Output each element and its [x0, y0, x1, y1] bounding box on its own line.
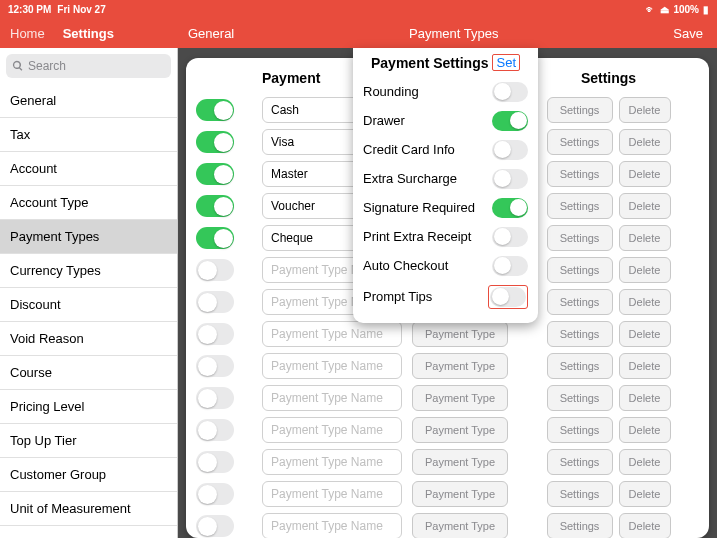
- payment-name-input[interactable]: Payment Type Name: [262, 321, 402, 347]
- row-settings-button[interactable]: Settings: [547, 97, 613, 123]
- modal-option-label: Credit Card Info: [363, 142, 455, 157]
- payment-type-button[interactable]: Payment Type: [412, 513, 508, 538]
- row-toggle[interactable]: [196, 259, 234, 281]
- row-settings-button[interactable]: Settings: [547, 385, 613, 411]
- row-delete-button[interactable]: Delete: [619, 129, 671, 155]
- sidebar-item-account[interactable]: Account: [0, 152, 177, 186]
- sidebar-item-customer-group[interactable]: Customer Group: [0, 458, 177, 492]
- payment-name-input[interactable]: Payment Type Name: [262, 417, 402, 443]
- row-delete-button[interactable]: Delete: [619, 225, 671, 251]
- sidebar-item-tax[interactable]: Tax: [0, 118, 177, 152]
- search-input[interactable]: Search: [6, 54, 171, 78]
- row-toggle[interactable]: [196, 451, 234, 473]
- modal-toggle[interactable]: [492, 227, 528, 247]
- row-settings-button[interactable]: Settings: [547, 417, 613, 443]
- sidebar-item-course[interactable]: Course: [0, 356, 177, 390]
- row-toggle[interactable]: [196, 483, 234, 505]
- row-settings-button[interactable]: Settings: [547, 449, 613, 475]
- modal-toggle[interactable]: [492, 140, 528, 160]
- home-link[interactable]: Home: [10, 26, 45, 41]
- row-settings-button[interactable]: Settings: [547, 193, 613, 219]
- modal-option: Extra Surcharge: [363, 164, 528, 193]
- modal-toggle[interactable]: [492, 82, 528, 102]
- sidebar-item-account-type[interactable]: Account Type: [0, 186, 177, 220]
- row-settings-button[interactable]: Settings: [547, 161, 613, 187]
- sidebar-item-pricing-level[interactable]: Pricing Level: [0, 390, 177, 424]
- modal-toggle[interactable]: [492, 256, 528, 276]
- row-toggle[interactable]: [196, 131, 234, 153]
- row-delete-button[interactable]: Delete: [619, 449, 671, 475]
- row-toggle[interactable]: [196, 387, 234, 409]
- status-date: Fri Nov 27: [57, 4, 105, 15]
- payment-type-button[interactable]: Payment Type: [412, 321, 508, 347]
- payment-name-input[interactable]: Payment Type Name: [262, 385, 402, 411]
- sidebar-item-denomination[interactable]: Denomination: [0, 526, 177, 538]
- payment-type-button[interactable]: Payment Type: [412, 481, 508, 507]
- row-delete-button[interactable]: Delete: [619, 193, 671, 219]
- payment-type-button[interactable]: Payment Type: [412, 353, 508, 379]
- row-delete-button[interactable]: Delete: [619, 97, 671, 123]
- row-delete-button[interactable]: Delete: [619, 257, 671, 283]
- save-button[interactable]: Save: [673, 26, 707, 41]
- sidebar-item-payment-types[interactable]: Payment Types: [0, 220, 177, 254]
- battery-icon: ▮: [703, 4, 709, 15]
- modal-option-label: Auto Checkout: [363, 258, 448, 273]
- row-toggle[interactable]: [196, 227, 234, 249]
- row-toggle[interactable]: [196, 99, 234, 121]
- row-delete-button[interactable]: Delete: [619, 353, 671, 379]
- row-toggle[interactable]: [196, 291, 234, 313]
- modal-toggle[interactable]: [492, 198, 528, 218]
- row-toggle[interactable]: [196, 515, 234, 537]
- row-settings-button[interactable]: Settings: [547, 513, 613, 538]
- settings-tab[interactable]: Settings: [63, 26, 114, 41]
- sidebar-item-void-reason[interactable]: Void Reason: [0, 322, 177, 356]
- modal-toggle[interactable]: [492, 169, 528, 189]
- payment-type-button[interactable]: Payment Type: [412, 417, 508, 443]
- wifi-icon: ᯤ: [646, 4, 656, 15]
- sidebar-item-currency-types[interactable]: Currency Types: [0, 254, 177, 288]
- row-delete-button[interactable]: Delete: [619, 161, 671, 187]
- modal-toggle[interactable]: [492, 111, 528, 131]
- row-toggle[interactable]: [196, 323, 234, 345]
- row-settings-button[interactable]: Settings: [547, 481, 613, 507]
- modal-option: Rounding: [363, 77, 528, 106]
- modal-toggle[interactable]: [490, 287, 526, 307]
- row-toggle[interactable]: [196, 355, 234, 377]
- payment-name-input[interactable]: Payment Type Name: [262, 513, 402, 538]
- row-settings-button[interactable]: Settings: [547, 257, 613, 283]
- modal-option-label: Prompt Tips: [363, 289, 432, 304]
- row-delete-button[interactable]: Delete: [619, 481, 671, 507]
- modal-option: Print Extra Receipt: [363, 222, 528, 251]
- row-settings-button[interactable]: Settings: [547, 289, 613, 315]
- general-link[interactable]: General: [180, 26, 234, 41]
- row-delete-button[interactable]: Delete: [619, 385, 671, 411]
- payment-settings-popover: Payment Settings Set RoundingDrawerCredi…: [353, 48, 538, 323]
- sidebar-item-discount[interactable]: Discount: [0, 288, 177, 322]
- payment-type-button[interactable]: Payment Type: [412, 449, 508, 475]
- row-settings-button[interactable]: Settings: [547, 129, 613, 155]
- row-delete-button[interactable]: Delete: [619, 513, 671, 538]
- row-delete-button[interactable]: Delete: [619, 417, 671, 443]
- payment-type-button[interactable]: Payment Type: [412, 385, 508, 411]
- row-toggle[interactable]: [196, 419, 234, 441]
- status-bar: 12:30 PM Fri Nov 27 ᯤ ⏏ 100% ▮: [0, 0, 717, 18]
- sidebar-item-unit-of-measurement[interactable]: Unit of Measurement: [0, 492, 177, 526]
- modal-option: Auto Checkout: [363, 251, 528, 280]
- payment-row: Payment Type NamePayment TypeSettingsDel…: [196, 510, 699, 538]
- row-toggle[interactable]: [196, 195, 234, 217]
- battery-pct: 100%: [673, 4, 699, 15]
- modal-option: Drawer: [363, 106, 528, 135]
- row-settings-button[interactable]: Settings: [547, 225, 613, 251]
- sidebar-item-top-up-tier[interactable]: Top Up Tier: [0, 424, 177, 458]
- row-settings-button[interactable]: Settings: [547, 321, 613, 347]
- row-delete-button[interactable]: Delete: [619, 289, 671, 315]
- sidebar: Search GeneralTaxAccountAccount TypePaym…: [0, 48, 178, 538]
- row-settings-button[interactable]: Settings: [547, 353, 613, 379]
- sidebar-item-general[interactable]: General: [0, 84, 177, 118]
- row-toggle[interactable]: [196, 163, 234, 185]
- payment-name-input[interactable]: Payment Type Name: [262, 481, 402, 507]
- payment-name-input[interactable]: Payment Type Name: [262, 449, 402, 475]
- payment-name-input[interactable]: Payment Type Name: [262, 353, 402, 379]
- row-delete-button[interactable]: Delete: [619, 321, 671, 347]
- set-button[interactable]: Set: [492, 54, 520, 71]
